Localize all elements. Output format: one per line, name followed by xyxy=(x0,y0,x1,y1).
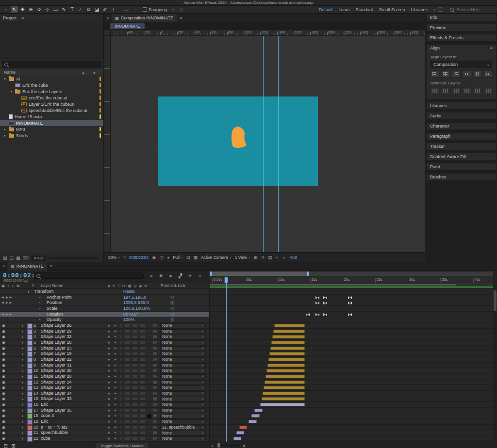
exposure-gauge-icon[interactable]: ☼ xyxy=(282,255,285,260)
timeline-lane[interactable] xyxy=(210,323,493,329)
layer-switches[interactable]: ♣ ✦ ∕ xyxy=(108,419,123,425)
horizontal-ruler[interactable]: 4002000200400600800100012001400160018002… xyxy=(111,30,425,36)
layer-switches[interactable]: ♣ ✦ ∕ xyxy=(108,385,123,391)
puppet-tool[interactable]: ⊺ xyxy=(110,6,117,13)
sort-ascending-icon[interactable]: ▲ xyxy=(82,69,85,76)
layer-color-chip[interactable] xyxy=(27,425,33,431)
eraser-tool[interactable]: ◪ xyxy=(93,6,100,13)
new-folder-icon[interactable]: ▢ xyxy=(10,256,14,260)
parent-pick-whip-icon[interactable]: ◎ xyxy=(153,329,157,335)
timeline-lane[interactable] xyxy=(210,317,493,323)
timeline-lane[interactable] xyxy=(210,289,493,295)
distribute-horizontal-center-button[interactable] xyxy=(473,87,482,95)
zoom-slider-handle[interactable] xyxy=(217,443,220,448)
workspace-tab-learn[interactable]: Learn xyxy=(338,7,349,12)
parent-dropdown[interactable]: None∨ xyxy=(160,329,206,334)
layer-row-5[interactable]: ◉▸5Shape Layer 18♣ ✦ ∕◎None∨ xyxy=(0,340,209,346)
property-row-opacity[interactable]: ◔Opacity100%◎ xyxy=(0,317,209,323)
project-item-layer-1-eric-the-cube-ai[interactable]: Layer 1/Eric the cube.ai xyxy=(0,101,103,107)
property-row-anchor-point[interactable]: ◀ ◆ ▶◔Anchor Point194,5,195,0◎ xyxy=(0,295,209,301)
layer-switches[interactable]: ♣ ✦ ∕ xyxy=(108,408,123,414)
workspace-tab-standard[interactable]: Standard xyxy=(355,7,373,12)
work-area-track[interactable] xyxy=(210,283,493,287)
layer-row-11[interactable]: ◉▸11Shape Layer 20♣ ✦ ∕◎None∨ xyxy=(0,374,209,380)
pick-whip-icon[interactable]: ◎ xyxy=(170,306,174,312)
resolution-dropdown[interactable]: Full∨ xyxy=(173,255,183,260)
navigator-viewed-region[interactable] xyxy=(211,272,309,276)
layer-color-chip[interactable] xyxy=(27,363,33,368)
parent-dropdown[interactable]: None∨ xyxy=(160,385,206,390)
panel-effects-presets[interactable]: Effects & Presets xyxy=(427,34,496,41)
keyframe-navigator[interactable]: ◀ ◆ ▶ xyxy=(1,295,12,301)
panel-menu-icon[interactable]: ≡ xyxy=(180,16,182,20)
layer-color-chip[interactable] xyxy=(27,329,33,335)
keyframe-navigator[interactable]: ◀ ◆ ▶ xyxy=(1,300,12,306)
layer-expander-icon[interactable]: ▸ xyxy=(22,391,24,397)
parent-pick-whip-icon[interactable]: ◎ xyxy=(153,413,157,419)
visibility-eye-icon[interactable]: ◉ xyxy=(2,402,5,408)
layer-duration-bar[interactable] xyxy=(266,369,305,372)
timeline-lane[interactable] xyxy=(210,396,493,402)
timeline-lane[interactable] xyxy=(210,300,493,306)
layer-expander-icon[interactable]: ▸ xyxy=(22,329,24,335)
zoom-out-icon[interactable]: ▴ xyxy=(212,444,213,447)
project-item-ai[interactable]: ▾Ai xyxy=(0,76,103,82)
panel-content-aware-fill[interactable]: Content-Aware Fill xyxy=(427,153,496,160)
layer-color-chip[interactable] xyxy=(27,419,33,425)
playhead-handle[interactable] xyxy=(224,277,228,283)
project-item-innominate[interactable]: INNOMINATE xyxy=(0,120,103,126)
exposure-display[interactable]: +0,0 xyxy=(289,255,297,260)
parent-dropdown[interactable]: None∨ xyxy=(160,323,206,328)
layer-expander-icon[interactable]: ▸ xyxy=(22,374,24,380)
orbit-tool[interactable]: ↺ xyxy=(35,6,43,13)
parent-dropdown[interactable]: None∨ xyxy=(160,436,206,441)
visibility-eye-icon[interactable]: ◉ xyxy=(2,385,5,391)
align-vertical-center-button[interactable] xyxy=(473,70,482,78)
layer-color-chip[interactable] xyxy=(27,380,33,385)
layer-expander-icon[interactable]: ▸ xyxy=(22,396,24,402)
quality-ball-icon[interactable] xyxy=(147,414,151,418)
keyframe-navigator[interactable]: ◀ ◆ ▶ xyxy=(1,312,12,318)
timeline-lane[interactable] xyxy=(210,402,493,408)
solo-column-icon[interactable]: ○ xyxy=(12,283,14,288)
show-channel-icon[interactable]: ◕ xyxy=(167,255,169,260)
stopwatch-icon[interactable]: ◔ xyxy=(38,300,41,306)
layer-color-chip[interactable] xyxy=(27,397,33,402)
parent-dropdown[interactable]: None∨ xyxy=(160,397,206,401)
timeline-lane[interactable] xyxy=(210,363,493,368)
layer-expander-icon[interactable]: ▸ xyxy=(22,346,24,352)
panel-align[interactable]: Align ≡ xyxy=(427,45,496,51)
property-value[interactable]: 100,0,100,0% xyxy=(123,306,150,312)
visibility-eye-icon[interactable]: ◉ xyxy=(2,334,5,340)
layer-switches[interactable]: ♣ ✦ ∕ xyxy=(108,391,123,397)
panel-menu-icon[interactable]: ≡ xyxy=(21,16,24,20)
tree-expander-icon[interactable]: ▸ xyxy=(3,134,7,138)
snapshot-icon[interactable]: ◉ xyxy=(152,255,156,260)
label-color-tick[interactable] xyxy=(99,77,101,81)
project-item-mp3[interactable]: ▸MP3 xyxy=(0,126,103,132)
project-item-eric-eric-the-cube-ai[interactable]: eric/Eric the cube.ai xyxy=(0,95,103,101)
layer-row-16[interactable]: ◉▸16Eric♣ ✦ ∕◎None∨ xyxy=(0,402,209,408)
parent-dropdown[interactable]: None∨ xyxy=(160,380,206,385)
time-ruler[interactable]: 0:00s05s10s15s20s25s30s35s40s xyxy=(210,276,493,283)
layer-switches[interactable]: ♣ ✦ ∕ xyxy=(108,334,123,340)
parent-dropdown[interactable]: None∨ xyxy=(160,431,206,435)
layer-expander-icon[interactable]: ▸ xyxy=(22,340,24,346)
panel-preview[interactable]: Preview xyxy=(427,24,496,31)
home-tool[interactable]: ⌂ xyxy=(2,6,10,13)
keyframe-icon[interactable] xyxy=(306,313,310,316)
layer-color-chip[interactable] xyxy=(27,340,33,346)
layer-duration-bar[interactable] xyxy=(251,414,260,417)
layer-row-20[interactable]: ◉▸20s = ut + ½ at2♣ ✦ ∕◎21. speechbubble… xyxy=(0,425,209,431)
visibility-eye-icon[interactable]: ◉ xyxy=(2,363,5,368)
layer-row-15[interactable]: ◉▸15Shape Layer 33♣ ✦ ∕◎None∨ xyxy=(0,396,209,402)
timeline-lane[interactable] xyxy=(210,312,493,318)
toggle-switches-modes-button[interactable]: Toggle Switches / Modes xyxy=(95,443,149,448)
label-color-tick[interactable] xyxy=(99,89,101,94)
keyframe-icon[interactable] xyxy=(348,302,352,304)
project-column-header[interactable]: Name ▲ ⬥ xyxy=(0,69,103,75)
switches-column-header[interactable]: ♣ ✦ ∖ fx ▦ ◎ ◉ ⊕ xyxy=(108,283,148,288)
layer-duration-bar[interactable] xyxy=(268,358,305,361)
parent-pick-whip-icon[interactable]: ◎ xyxy=(153,340,157,346)
layer-duration-bar[interactable] xyxy=(254,409,263,412)
